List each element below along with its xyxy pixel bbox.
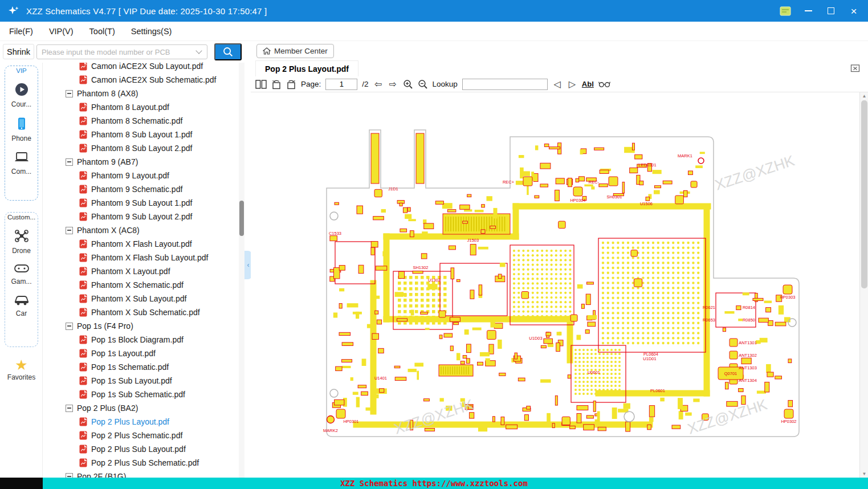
pdf-file-icon — [79, 431, 87, 440]
pcb-ref-label: SH0301 — [606, 194, 622, 199]
collapse-icon[interactable] — [66, 227, 73, 234]
tree-group-row[interactable]: Phantom X (AC8) — [43, 223, 239, 237]
whole-word-glasses-icon[interactable] — [598, 78, 610, 91]
statusbar-corner — [0, 478, 43, 489]
collapse-icon[interactable] — [66, 90, 73, 97]
match-case-icon[interactable]: Abl — [582, 80, 594, 88]
pdf-file-icon — [79, 253, 87, 262]
viewer-scrollbar[interactable]: ▲ ▼ — [859, 92, 868, 478]
pcb-ref-label: REC+ — [503, 180, 515, 185]
tree-file-row[interactable]: Phantom X Layout.pdf — [43, 264, 239, 278]
tree-group-row[interactable]: Pop 2 Plus (BA2) — [43, 401, 239, 415]
tree-file-row[interactable]: Phantom 8 Layout.pdf — [43, 100, 239, 114]
tree-file-row[interactable]: Phantom 8 Sub Layout 2.pdf — [43, 141, 239, 155]
menu-item-3[interactable]: Settings(S) — [131, 27, 172, 36]
page-number-input[interactable] — [325, 79, 357, 90]
chevron-down-icon[interactable] — [195, 47, 202, 54]
pdf-file-icon — [79, 280, 87, 290]
pcb-ref-label: U1506 — [640, 201, 653, 206]
member-center-button[interactable]: Member Center — [256, 44, 334, 58]
tree-file-row[interactable]: Camon iACE2X Sub Schematic.pdf — [43, 73, 239, 87]
lookup-input[interactable] — [462, 79, 548, 90]
star-icon: ★ — [15, 358, 27, 372]
tree-file-row[interactable]: Phantom X Schematic.pdf — [43, 278, 239, 292]
tree-file-row[interactable]: Pop 1s Layout.pdf — [43, 347, 239, 360]
viewer-scrollbar-thumb[interactable] — [861, 100, 867, 288]
rotate-left-icon[interactable] — [271, 78, 282, 91]
tree-item-label: Phantom X Flash Sub Layout.pdf — [91, 253, 208, 262]
tree-file-row[interactable]: Phantom 9 Layout.pdf — [43, 169, 239, 182]
sidebar-item-favorites[interactable]: ★ Favorites — [0, 358, 43, 381]
tree-file-row[interactable]: Pop 1s Schematic.pdf — [43, 360, 239, 374]
sidebar-item-drone[interactable]: Drone — [5, 229, 38, 255]
tree-group-row[interactable]: Pop 1s (F4 Pro) — [43, 319, 239, 333]
tree-file-row[interactable]: Pop 2 Plus Schematic.pdf — [43, 429, 239, 442]
tree-file-row[interactable]: Pop 2 Plus Sub Schematic.pdf — [43, 456, 239, 470]
scroll-down-icon[interactable]: ▼ — [860, 471, 868, 476]
minimize-button[interactable] — [798, 2, 818, 19]
tree-file-row[interactable]: Camon iACE2X Sub Layout.pdf — [43, 63, 239, 73]
shrink-button[interactable]: Shrink — [3, 44, 34, 59]
tree-file-row[interactable]: Phantom 9 Sub Layout 2.pdf — [43, 210, 239, 223]
tree-file-row[interactable]: Pop 1s Block Diagram.pdf — [43, 333, 239, 347]
menu-item-2[interactable]: Tool(T) — [89, 27, 115, 36]
menu-item-0[interactable]: File(F) — [9, 27, 33, 36]
tree-item-label: Pop 1s Sub Schematic.pdf — [91, 390, 185, 399]
tree-group-row[interactable]: Phantom 9 (AB7) — [43, 155, 239, 169]
search-icon — [222, 46, 234, 58]
tree-file-row[interactable]: Pop 1s Sub Schematic.pdf — [43, 388, 239, 401]
page-forward-icon[interactable]: ⇨ — [388, 78, 398, 91]
tree-file-row[interactable]: Pop 2 Plus Sub Layout.pdf — [43, 442, 239, 456]
vip-certificate-icon[interactable] — [776, 2, 795, 19]
page-back-icon[interactable]: ⇦ — [373, 78, 384, 91]
phone-icon — [14, 116, 29, 133]
tree-file-row[interactable]: Phantom X Flash Layout.pdf — [43, 237, 239, 251]
collapse-icon[interactable] — [66, 473, 73, 478]
tree-group-row[interactable]: Phantom 8 (AX8) — [43, 87, 239, 100]
tree-file-row[interactable]: Phantom X Sub Layout.pdf — [43, 292, 239, 305]
tree-group-row[interactable]: Pop 2F (B1G) — [43, 470, 239, 478]
pcb-ref-label: HP0301 — [343, 419, 358, 424]
close-document-icon[interactable] — [850, 63, 860, 73]
find-previous-icon[interactable]: ◁ — [552, 78, 563, 91]
sidebar-item-label: Cour... — [11, 100, 31, 108]
tab-pop2plus-layout[interactable]: Pop 2 Plus Layout.pdf — [255, 60, 358, 76]
tree-file-row[interactable]: Phantom 9 Schematic.pdf — [43, 182, 239, 196]
tree-scrollbar-thumb[interactable] — [239, 201, 244, 236]
tree-file-row[interactable]: Phantom 8 Sub Layout 1.pdf — [43, 128, 239, 141]
tree-item-label: Pop 2 Plus Schematic.pdf — [91, 431, 182, 440]
search-button[interactable] — [214, 43, 242, 60]
zoom-out-icon[interactable] — [418, 78, 428, 91]
sidebar-item-game[interactable]: Gam... — [5, 263, 38, 286]
tree-file-row[interactable]: Pop 1s Sub Layout.pdf — [43, 374, 239, 388]
member-center-label: Member Center — [274, 47, 328, 55]
search-input[interactable] — [37, 48, 197, 56]
tree-file-row[interactable]: Phantom X Flash Sub Layout.pdf — [43, 251, 239, 264]
maximize-button[interactable] — [821, 2, 841, 19]
find-next-icon[interactable]: ▷ — [567, 78, 577, 91]
collapse-icon[interactable] — [66, 405, 73, 412]
pdf-viewer[interactable]: MARK1MARK2HP0301HP0302HP0303HP0304REC+RE… — [251, 92, 859, 478]
collapse-icon[interactable] — [66, 323, 73, 330]
two-page-view-icon[interactable] — [255, 78, 267, 91]
sidebar-item-course[interactable]: Cour... — [5, 82, 38, 108]
menu-item-1[interactable]: VIP(V) — [49, 27, 74, 36]
tree-file-row[interactable]: Phantom 9 Sub Layout 1.pdf — [43, 196, 239, 210]
pdf-file-icon — [79, 239, 87, 248]
pcb-ref-label: PL0604 — [643, 352, 658, 357]
zoom-in-icon[interactable] — [403, 78, 413, 91]
collapse-icon[interactable] — [66, 158, 73, 166]
tree-file-row[interactable]: Pop 2 Plus Layout.pdf — [43, 415, 239, 429]
sidebar-item-phone[interactable]: Phone — [5, 116, 38, 142]
scroll-up-icon[interactable]: ▲ — [860, 93, 868, 99]
tree-file-row[interactable]: Phantom X Sub Schematic.pdf — [43, 305, 239, 319]
pcb-ref-label: REC- — [589, 180, 600, 185]
custom-label: Custom... — [5, 214, 38, 221]
rotate-right-icon[interactable] — [286, 78, 296, 91]
sidebar-item-car[interactable]: Car — [5, 294, 38, 317]
sidebar-item-computer[interactable]: Com... — [5, 150, 38, 176]
tree-file-row[interactable]: Phantom 8 Schematic.pdf — [43, 114, 239, 128]
vip-label: VIP — [5, 67, 38, 74]
tree-scrollbar[interactable] — [239, 63, 244, 478]
close-button[interactable]: × — [844, 2, 863, 19]
